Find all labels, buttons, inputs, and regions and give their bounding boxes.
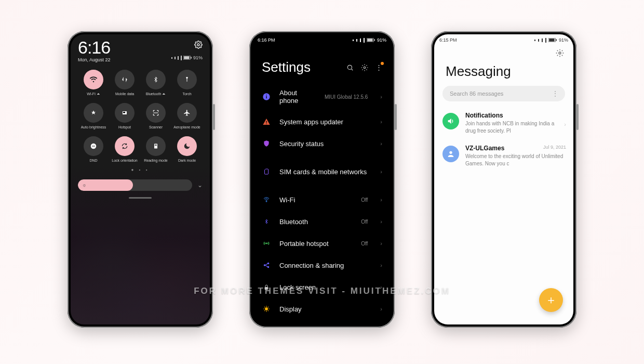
drag-handle[interactable] [129,197,152,199]
sim-icon [262,167,271,176]
status-bar: 6:15 PM 91% [434,34,573,44]
brightness-slider[interactable]: ☼ [78,179,192,191]
qs-tile-bluetooth[interactable]: Bluetooth ⏶ [140,70,171,96]
overflow-menu-icon[interactable]: ⋮ [375,63,382,71]
settings-row-value: Off [361,219,368,225]
read-mode-icon [146,136,166,156]
settings-row-value: Off [361,197,368,203]
sun-icon: ☼ [82,183,86,188]
qs-tile-label: Lock orientation [112,159,137,162]
message-item[interactable]: NotificationsJoin hands with NCB in maki… [434,107,573,139]
qs-tile-label: DND [89,159,97,162]
mobile-data-icon [115,70,135,89]
svg-point-31 [559,52,561,54]
qs-tile-mobile-data[interactable]: Mobile data [109,70,140,96]
display-icon [262,304,271,314]
qs-tile-airplane[interactable]: Aeroplane mode [171,103,203,129]
page-indicator: ● • • [78,167,203,172]
chevron-right-icon: › [380,262,382,268]
qs-tile-read-mode[interactable]: Reading mode [140,136,171,162]
svg-rect-2 [184,56,189,59]
qs-tile-label: Mobile data [115,92,134,96]
qs-tile-torch[interactable]: Torch [171,70,203,96]
screen: 6:16 Mon, August 22 91% Wi-Fi ⏶Mobile da… [71,34,210,324]
qs-tile-auto-bright[interactable]: Auto brightness [78,103,109,129]
lock-icon [262,282,271,292]
message-item[interactable]: VZ-ULGamesWelcome to the exciting world … [434,139,573,172]
wifi-icon [262,195,271,204]
qs-tile-dnd[interactable]: DND [78,136,109,162]
message-preview: Join hands with NCB in making India a dr… [465,120,565,134]
svg-point-21 [266,201,267,202]
wifi-icon [84,70,103,89]
settings-row-warn[interactable]: System apps updater› [252,111,392,133]
settings-row-share[interactable]: Connection & sharing› [252,254,392,276]
settings-row-shield[interactable]: Security status› [252,133,392,154]
brightness-expand-icon[interactable]: ⌄ [197,181,203,189]
settings-row-label: Display [279,305,372,313]
svg-rect-5 [123,112,125,113]
settings-row-value: Off [361,241,368,246]
settings-row-hotspot[interactable]: Portable hotspotOff› [252,232,392,254]
qs-tile-label: Dark mode [178,159,196,162]
qs-tile-lock-orient[interactable]: Lock orientation [109,136,140,162]
qs-tile-hotspot[interactable]: Hotspot [109,103,140,129]
chevron-right-icon: › [380,168,382,175]
svg-point-0 [197,44,199,46]
qs-tile-label: Wi-Fi ⏶ [87,92,100,96]
battery-percent: 91% [559,37,568,43]
page-title: Messaging [434,57,573,83]
message-sender: Notifications [465,112,565,119]
phone-settings: 6:16 PM 91% Settings ⋮ About phoneMIUI G… [249,31,395,328]
svg-rect-9 [155,145,157,145]
settings-icon[interactable] [556,49,564,57]
svg-point-32 [449,151,452,154]
chevron-right-icon: › [380,306,382,312]
svg-rect-19 [266,121,266,123]
share-icon [262,261,271,270]
svg-point-27 [265,307,268,310]
bluetooth-icon [146,70,166,89]
qs-tile-dark-mode[interactable]: Dark mode [171,136,203,162]
compose-fab[interactable]: ＋ [539,288,563,312]
svg-rect-29 [549,38,554,42]
svg-rect-12 [367,38,372,42]
clock-time: 6:16 [78,38,111,56]
shield-icon [262,139,271,148]
message-list: NotificationsJoin hands with NCB in maki… [434,107,573,172]
qs-tile-scanner[interactable]: Scanner [140,103,171,129]
gear-icon[interactable] [361,64,368,71]
settings-icon[interactable] [194,41,203,49]
svg-point-15 [364,67,366,69]
svg-rect-26 [265,287,269,290]
warn-icon [262,117,271,126]
svg-point-22 [266,243,267,244]
search-input[interactable]: Search 86 messages ⋮ [442,86,565,101]
bt-icon [262,217,271,226]
chevron-right-icon: › [380,119,382,125]
settings-row-sim[interactable]: SIM cards & mobile networks› [252,161,392,183]
settings-row-label: Connection & sharing [279,262,372,269]
svg-rect-7 [92,146,95,146]
search-icon[interactable] [346,64,354,71]
battery-icon [183,56,192,60]
auto-bright-icon [84,103,103,123]
settings-row-display[interactable]: Display› [252,298,392,320]
settings-row-wifi[interactable]: Wi-FiOff› [252,189,392,211]
status-bar: 6:16 PM 91% [252,34,392,44]
phone-quicksettings: 6:16 Mon, August 22 91% Wi-Fi ⏶Mobile da… [68,31,213,328]
qs-tile-label: Hotspot [118,125,131,129]
airplane-icon [177,103,197,123]
svg-rect-10 [155,146,157,146]
settings-row-lock[interactable]: Lock screen› [252,276,392,298]
dark-mode-icon [177,136,197,156]
settings-row-label: Portable hotspot [279,240,353,248]
settings-row-info[interactable]: About phoneMIUI Global 12.5.6› [252,83,392,111]
settings-row-bt[interactable]: BluetoothOff› [252,211,392,232]
status-time: 6:15 PM [439,37,457,43]
dnd-icon [84,136,103,156]
qs-tile-wifi[interactable]: Wi-Fi ⏶ [78,70,109,96]
svg-rect-3 [191,57,192,58]
search-placeholder: Search 86 messages [450,90,503,97]
chevron-right-icon: › [380,240,382,246]
